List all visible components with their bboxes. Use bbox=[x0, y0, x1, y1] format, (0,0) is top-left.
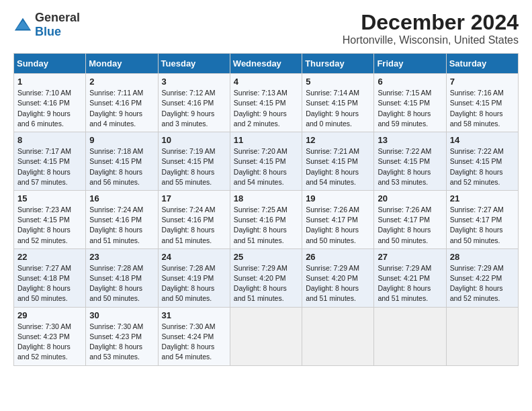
day-number: 15 bbox=[17, 193, 82, 203]
day-detail: Sunrise: 7:19 AMSunset: 4:15 PMDaylight:… bbox=[162, 147, 216, 186]
day-detail: Sunrise: 7:27 AMSunset: 4:17 PMDaylight:… bbox=[450, 205, 504, 244]
calendar-cell: 24 Sunrise: 7:28 AMSunset: 4:19 PMDaylig… bbox=[158, 248, 230, 307]
day-number: 19 bbox=[306, 193, 370, 203]
day-detail: Sunrise: 7:26 AMSunset: 4:17 PMDaylight:… bbox=[306, 205, 359, 244]
day-number: 6 bbox=[378, 77, 442, 87]
calendar-cell: 9 Sunrise: 7:18 AMSunset: 4:15 PMDayligh… bbox=[86, 132, 158, 191]
day-detail: Sunrise: 7:24 AMSunset: 4:16 PMDaylight:… bbox=[89, 205, 143, 244]
header-saturday: Saturday bbox=[446, 54, 518, 74]
day-detail: Sunrise: 7:22 AMSunset: 4:15 PMDaylight:… bbox=[450, 147, 504, 186]
header-monday: Monday bbox=[86, 54, 158, 74]
calendar-cell: 14 Sunrise: 7:22 AMSunset: 4:15 PMDaylig… bbox=[446, 132, 518, 191]
day-number: 20 bbox=[378, 193, 442, 203]
day-number: 25 bbox=[234, 252, 298, 262]
calendar-cell: 13 Sunrise: 7:22 AMSunset: 4:15 PMDaylig… bbox=[374, 132, 446, 191]
calendar-cell: 5 Sunrise: 7:14 AMSunset: 4:15 PMDayligh… bbox=[302, 74, 374, 132]
day-number: 11 bbox=[234, 135, 298, 145]
day-detail: Sunrise: 7:28 AMSunset: 4:19 PMDaylight:… bbox=[162, 264, 216, 303]
day-number: 26 bbox=[306, 252, 370, 262]
header-wednesday: Wednesday bbox=[230, 54, 302, 74]
calendar-week-5: 29 Sunrise: 7:30 AMSunset: 4:23 PMDaylig… bbox=[14, 307, 519, 365]
day-detail: Sunrise: 7:25 AMSunset: 4:16 PMDaylight:… bbox=[234, 205, 287, 244]
day-detail: Sunrise: 7:18 AMSunset: 4:15 PMDaylight:… bbox=[89, 147, 143, 186]
calendar-cell: 22 Sunrise: 7:27 AMSunset: 4:18 PMDaylig… bbox=[14, 248, 86, 307]
day-detail: Sunrise: 7:10 AMSunset: 4:16 PMDaylight:… bbox=[17, 89, 71, 128]
day-number: 16 bbox=[89, 193, 154, 203]
day-number: 31 bbox=[162, 310, 226, 320]
calendar-cell bbox=[230, 307, 302, 365]
day-detail: Sunrise: 7:29 AMSunset: 4:20 PMDaylight:… bbox=[306, 264, 359, 303]
header-tuesday: Tuesday bbox=[158, 54, 230, 74]
header-friday: Friday bbox=[374, 54, 446, 74]
calendar-week-3: 15 Sunrise: 7:23 AMSunset: 4:15 PMDaylig… bbox=[14, 190, 519, 248]
day-number: 29 bbox=[17, 310, 82, 320]
calendar-cell bbox=[374, 307, 446, 365]
calendar-table: SundayMondayTuesdayWednesdayThursdayFrid… bbox=[13, 53, 519, 365]
day-number: 9 bbox=[89, 135, 154, 145]
day-detail: Sunrise: 7:20 AMSunset: 4:15 PMDaylight:… bbox=[234, 147, 287, 186]
day-detail: Sunrise: 7:15 AMSunset: 4:15 PMDaylight:… bbox=[378, 89, 431, 128]
day-detail: Sunrise: 7:16 AMSunset: 4:15 PMDaylight:… bbox=[450, 89, 504, 128]
calendar-cell: 31 Sunrise: 7:30 AMSunset: 4:24 PMDaylig… bbox=[158, 307, 230, 365]
day-detail: Sunrise: 7:21 AMSunset: 4:15 PMDaylight:… bbox=[306, 147, 359, 186]
day-detail: Sunrise: 7:30 AMSunset: 4:23 PMDaylight:… bbox=[89, 322, 143, 361]
day-number: 28 bbox=[450, 252, 515, 262]
day-number: 4 bbox=[234, 77, 298, 87]
page-title: December 2024 bbox=[343, 11, 519, 34]
day-detail: Sunrise: 7:23 AMSunset: 4:15 PMDaylight:… bbox=[17, 205, 71, 244]
day-number: 2 bbox=[89, 77, 154, 87]
day-detail: Sunrise: 7:24 AMSunset: 4:16 PMDaylight:… bbox=[162, 205, 216, 244]
day-number: 30 bbox=[89, 310, 154, 320]
day-number: 17 bbox=[162, 193, 226, 203]
day-detail: Sunrise: 7:22 AMSunset: 4:15 PMDaylight:… bbox=[378, 147, 431, 186]
day-number: 5 bbox=[306, 77, 370, 87]
logo-general: General bbox=[35, 11, 80, 24]
day-detail: Sunrise: 7:17 AMSunset: 4:15 PMDaylight:… bbox=[17, 147, 71, 186]
day-detail: Sunrise: 7:27 AMSunset: 4:18 PMDaylight:… bbox=[17, 264, 71, 303]
day-number: 1 bbox=[17, 77, 82, 87]
day-detail: Sunrise: 7:29 AMSunset: 4:20 PMDaylight:… bbox=[234, 264, 287, 303]
title-block: December 2024 Hortonville, Wisconsin, Un… bbox=[343, 11, 519, 46]
logo-blue: Blue bbox=[35, 25, 61, 38]
header-thursday: Thursday bbox=[302, 54, 374, 74]
day-detail: Sunrise: 7:14 AMSunset: 4:15 PMDaylight:… bbox=[306, 89, 359, 128]
calendar-cell bbox=[446, 307, 518, 365]
day-detail: Sunrise: 7:30 AMSunset: 4:23 PMDaylight:… bbox=[17, 322, 71, 361]
header-sunday: Sunday bbox=[14, 54, 86, 74]
calendar-cell: 29 Sunrise: 7:30 AMSunset: 4:23 PMDaylig… bbox=[14, 307, 86, 365]
day-detail: Sunrise: 7:13 AMSunset: 4:15 PMDaylight:… bbox=[234, 89, 287, 128]
day-detail: Sunrise: 7:28 AMSunset: 4:18 PMDaylight:… bbox=[89, 264, 143, 303]
day-detail: Sunrise: 7:29 AMSunset: 4:22 PMDaylight:… bbox=[450, 264, 504, 303]
calendar-cell: 11 Sunrise: 7:20 AMSunset: 4:15 PMDaylig… bbox=[230, 132, 302, 191]
calendar-cell: 3 Sunrise: 7:12 AMSunset: 4:16 PMDayligh… bbox=[158, 74, 230, 132]
day-number: 13 bbox=[378, 135, 442, 145]
calendar-week-1: 1 Sunrise: 7:10 AMSunset: 4:16 PMDayligh… bbox=[14, 74, 519, 132]
calendar-cell: 30 Sunrise: 7:30 AMSunset: 4:23 PMDaylig… bbox=[86, 307, 158, 365]
calendar-week-4: 22 Sunrise: 7:27 AMSunset: 4:18 PMDaylig… bbox=[14, 248, 519, 307]
calendar-cell: 1 Sunrise: 7:10 AMSunset: 4:16 PMDayligh… bbox=[14, 74, 86, 132]
calendar-cell: 6 Sunrise: 7:15 AMSunset: 4:15 PMDayligh… bbox=[374, 74, 446, 132]
calendar-cell: 17 Sunrise: 7:24 AMSunset: 4:16 PMDaylig… bbox=[158, 190, 230, 248]
logo: General Blue bbox=[13, 11, 80, 39]
day-number: 14 bbox=[450, 135, 515, 145]
calendar-cell: 21 Sunrise: 7:27 AMSunset: 4:17 PMDaylig… bbox=[446, 190, 518, 248]
calendar-cell bbox=[302, 307, 374, 365]
calendar-cell: 8 Sunrise: 7:17 AMSunset: 4:15 PMDayligh… bbox=[14, 132, 86, 191]
day-number: 21 bbox=[450, 193, 515, 203]
calendar-cell: 12 Sunrise: 7:21 AMSunset: 4:15 PMDaylig… bbox=[302, 132, 374, 191]
header: General Blue December 2024 Hortonville, … bbox=[13, 11, 519, 46]
day-number: 8 bbox=[17, 135, 82, 145]
calendar-week-2: 8 Sunrise: 7:17 AMSunset: 4:15 PMDayligh… bbox=[14, 132, 519, 191]
day-number: 12 bbox=[306, 135, 370, 145]
calendar-cell: 19 Sunrise: 7:26 AMSunset: 4:17 PMDaylig… bbox=[302, 190, 374, 248]
calendar-cell: 25 Sunrise: 7:29 AMSunset: 4:20 PMDaylig… bbox=[230, 248, 302, 307]
calendar-cell: 4 Sunrise: 7:13 AMSunset: 4:15 PMDayligh… bbox=[230, 74, 302, 132]
day-detail: Sunrise: 7:11 AMSunset: 4:16 PMDaylight:… bbox=[89, 89, 143, 128]
logo-icon bbox=[13, 15, 32, 34]
day-detail: Sunrise: 7:29 AMSunset: 4:21 PMDaylight:… bbox=[378, 264, 431, 303]
day-detail: Sunrise: 7:12 AMSunset: 4:16 PMDaylight:… bbox=[162, 89, 216, 128]
day-number: 23 bbox=[89, 252, 154, 262]
day-number: 27 bbox=[378, 252, 442, 262]
day-number: 10 bbox=[162, 135, 226, 145]
page-subtitle: Hortonville, Wisconsin, United States bbox=[343, 34, 519, 46]
